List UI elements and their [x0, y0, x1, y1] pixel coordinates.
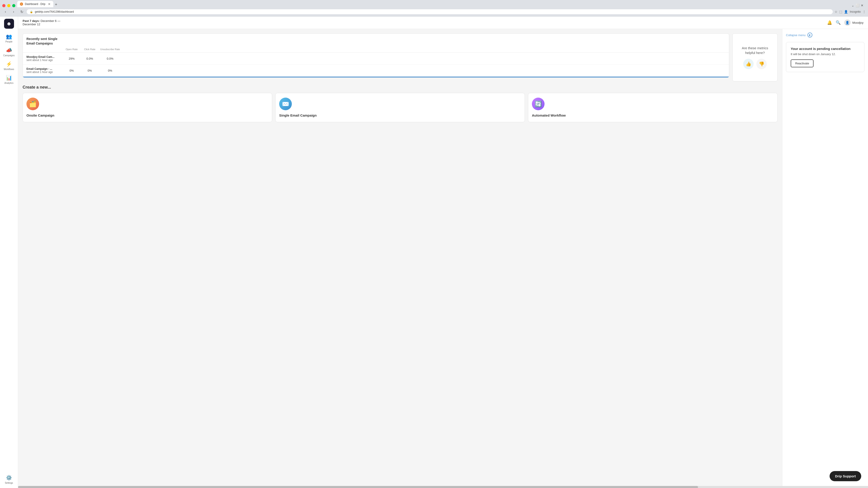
tabs-row: D Dashboard · Drip ✕ + ⌄ ⬜ ✕: [0, 0, 868, 7]
campaign-name-2: Email Campaign - ... sent about 1 hour a…: [26, 67, 63, 74]
tab-close-btn[interactable]: ✕: [48, 2, 51, 6]
unsubscribe-rate-value: 0.0%: [99, 57, 121, 60]
window-min-btn[interactable]: [7, 4, 10, 7]
campaigns-title: Recently sent Single Email Campaigns: [26, 37, 63, 46]
address-bar[interactable]: 🔒 getdrip.com/7641396/dashboard: [27, 9, 833, 14]
browser-actions: ☆ ⬚ 👤 Incognito ⋮: [835, 10, 866, 13]
feedback-buttons: 👍 👎: [743, 59, 767, 69]
refresh-btn[interactable]: ↻: [19, 8, 25, 15]
close-window-btn[interactable]: ✕: [861, 4, 864, 7]
extensions-btn[interactable]: ⋮: [863, 10, 866, 13]
back-btn[interactable]: ‹: [2, 8, 8, 15]
lock-icon: 🔒: [30, 10, 33, 13]
sidebar-label-people: People: [5, 40, 12, 43]
automated-workflow-label: Automated Workflow: [532, 113, 566, 118]
collapse-menu-icon: ◐: [807, 33, 812, 37]
thumbs-up-btn[interactable]: 👍: [743, 59, 754, 69]
sidebar-toggle-btn[interactable]: ⬚: [839, 10, 842, 13]
window-close-btn[interactable]: [2, 4, 5, 7]
active-tab[interactable]: D Dashboard · Drip ✕: [17, 1, 53, 7]
table-row: Moodjoy Email Cam... sent about 1 hour a…: [23, 53, 729, 65]
sidebar-item-settings[interactable]: ⚙️ Settings: [1, 473, 17, 486]
click-rate-value-2: 0%: [81, 69, 99, 72]
browser-nav: ‹ › ↻ 🔒 getdrip.com/7641396/dashboard ☆ …: [0, 7, 868, 16]
single-email-label: Single Email Campaign: [279, 113, 317, 118]
create-section: Create a new... 🗂️ Onsite Campaign ✉️ Si…: [23, 85, 778, 122]
col-open-rate: Open Rate: [63, 48, 81, 51]
sidebar-item-people[interactable]: 👥 People: [1, 32, 17, 45]
main-content: Past 7 days: December 6 —December 12 🔔 🔍…: [18, 17, 868, 488]
sidebar-item-workflows[interactable]: ⚡ Workflows: [1, 59, 17, 72]
campaign-name: Moodjoy Email Cam... sent about 1 hour a…: [26, 55, 63, 62]
metrics-question: Are these metrics helpful here?: [737, 46, 773, 55]
browser-chrome: D Dashboard · Drip ✕ + ⌄ ⬜ ✕ ‹ › ↻ 🔒 get…: [0, 0, 868, 17]
profile-btn[interactable]: 👤: [844, 10, 848, 13]
unsubscribe-rate-value-2: 0%: [99, 69, 121, 72]
campaigns-header: Recently sent Single Email Campaigns: [23, 34, 729, 48]
cancellation-title: Your account is pending cancellation: [791, 47, 860, 51]
sidebar-label-settings: Settings: [5, 482, 13, 484]
click-rate-value: 0.0%: [81, 57, 99, 60]
create-card-onsite[interactable]: 🗂️ Onsite Campaign: [23, 93, 272, 122]
window-max-btn[interactable]: [12, 4, 16, 7]
workflows-icon: ⚡: [6, 61, 12, 67]
onsite-campaign-icon: 🗂️: [26, 98, 39, 110]
user-menu[interactable]: 👤 Moodjoy: [844, 20, 864, 26]
col-name: [26, 48, 63, 51]
campaign-name-cell: Moodjoy Email Cam... sent about 1 hour a…: [26, 55, 63, 62]
automated-workflow-icon: 🔄: [532, 98, 545, 110]
user-avatar: 👤: [844, 20, 850, 26]
create-title: Create a new...: [23, 85, 778, 90]
scrollbar-thumb: [18, 486, 698, 488]
analytics-icon: 📊: [6, 75, 12, 81]
app-layout: ☻ 👥 People 📣 Campaigns ⚡ Workflows 📊 Ana…: [0, 17, 868, 488]
tab-favicon: D: [20, 2, 23, 6]
create-card-single-email[interactable]: ✉️ Single Email Campaign: [275, 93, 525, 122]
sidebar-label-workflows: Workflows: [4, 68, 14, 70]
campaign-name-cell: Email Campaign - ... sent about 1 hour a…: [26, 67, 63, 74]
drip-support-btn[interactable]: Drip Support: [830, 471, 861, 481]
col-unsubscribe: Unsubscribe Rate: [99, 48, 121, 51]
tab-list-btn[interactable]: ⌄: [851, 4, 854, 7]
reactivate-btn[interactable]: Reactivate: [791, 59, 813, 67]
widgets-row: Recently sent Single Email Campaigns Ope…: [23, 33, 778, 81]
col-click-rate: Click Rate: [81, 48, 99, 51]
top-bar: Past 7 days: December 6 —December 12 🔔 🔍…: [18, 17, 868, 29]
horizontal-scrollbar[interactable]: [18, 486, 868, 488]
new-tab-btn[interactable]: +: [53, 2, 59, 7]
create-card-workflow[interactable]: 🔄 Automated Workflow: [528, 93, 778, 122]
collapse-menu-btn[interactable]: Collapse menu ◐: [786, 33, 864, 37]
campaigns-columns: Open Rate Click Rate Unsubscribe Rate: [23, 48, 729, 53]
table-row: Email Campaign - ... sent about 1 hour a…: [23, 65, 729, 76]
cancellation-card: Your account is pending cancellation It …: [786, 42, 864, 72]
content-panel: Recently sent Single Email Campaigns Ope…: [18, 29, 782, 486]
thumbs-down-btn[interactable]: 👎: [756, 59, 767, 69]
forward-btn[interactable]: ›: [10, 8, 17, 15]
notifications-btn[interactable]: 🔔: [827, 20, 832, 25]
user-name: Moodjoy: [852, 21, 864, 24]
onsite-campaign-label: Onsite Campaign: [26, 113, 54, 118]
sidebar-item-campaigns[interactable]: 📣 Campaigns: [1, 46, 17, 59]
date-prefix: Past 7 days:: [23, 19, 40, 23]
sidebar-item-analytics[interactable]: 📊 Analytics: [1, 73, 17, 86]
sidebar-label-campaigns: Campaigns: [3, 54, 15, 57]
date-range: Past 7 days: December 6 —December 12: [23, 19, 60, 26]
restore-btn[interactable]: ⬜: [856, 4, 860, 7]
sidebar: ☻ 👥 People 📣 Campaigns ⚡ Workflows 📊 Ana…: [0, 17, 18, 488]
metrics-widget: Are these metrics helpful here? 👍 👎: [733, 33, 778, 81]
drip-support-label: Drip Support: [835, 474, 856, 478]
scroll-area: Recently sent Single Email Campaigns Ope…: [18, 29, 868, 486]
url-text: getdrip.com/7641396/dashboard: [35, 10, 74, 13]
campaigns-icon: 📣: [6, 47, 12, 53]
bookmark-btn[interactable]: ☆: [835, 10, 837, 13]
tab-title: Dashboard · Drip: [25, 2, 45, 6]
user-label: Incognito: [850, 10, 861, 13]
create-cards: 🗂️ Onsite Campaign ✉️ Single Email Campa…: [23, 93, 778, 122]
single-email-icon: ✉️: [279, 98, 292, 110]
app-logo[interactable]: ☻: [4, 19, 14, 29]
campaign-sent-label: sent about 1 hour ago: [26, 59, 63, 62]
window-controls: [2, 4, 16, 7]
search-btn[interactable]: 🔍: [836, 20, 841, 25]
open-rate-value-2: 0%: [63, 69, 81, 72]
sidebar-label-analytics: Analytics: [4, 82, 13, 84]
